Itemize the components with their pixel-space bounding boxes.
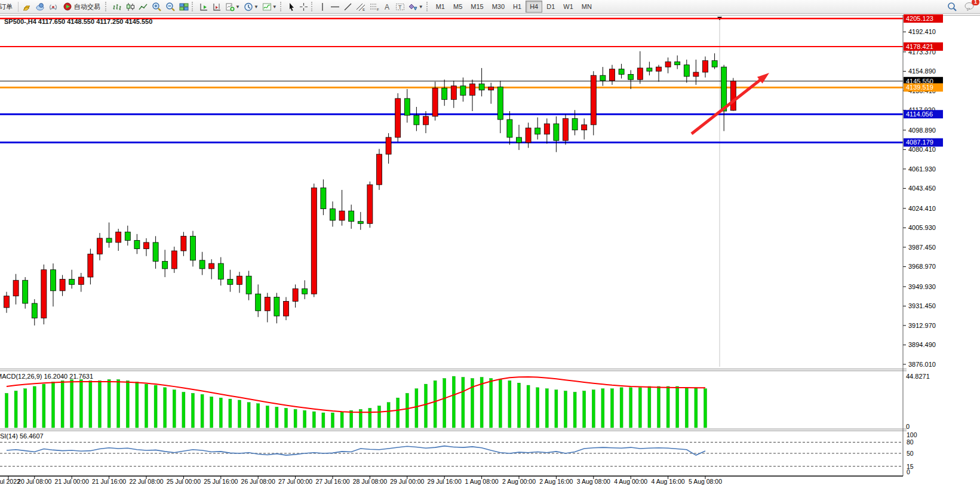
price-tick-label: 3912.970 bbox=[908, 322, 936, 329]
price-tag-label: 4087.179 bbox=[906, 139, 933, 146]
shapes-icon[interactable]: ▼ bbox=[407, 1, 425, 13]
bar-chart-icon[interactable] bbox=[110, 1, 124, 13]
time-axis-label: 4 Aug 16:00 bbox=[652, 478, 685, 485]
macd-histogram-bar bbox=[555, 390, 558, 428]
candle bbox=[544, 124, 549, 134]
time-axis-label: 21 Jul 00:00 bbox=[55, 478, 89, 485]
macd-histogram-bar bbox=[164, 388, 167, 428]
time-axis-label: 1 Aug 08:00 bbox=[465, 478, 499, 485]
candle bbox=[656, 67, 662, 71]
crosshair-icon[interactable] bbox=[297, 1, 310, 13]
candle bbox=[153, 242, 158, 262]
search-icon[interactable] bbox=[945, 1, 959, 13]
macd-axis-min: 0 bbox=[906, 423, 910, 430]
timeframe-M5[interactable]: M5 bbox=[449, 1, 466, 13]
auto-scroll-icon[interactable] bbox=[197, 1, 210, 13]
macd-histogram-bar bbox=[573, 392, 576, 428]
macd-histogram-bar bbox=[312, 412, 315, 428]
fibonacci-icon[interactable]: F bbox=[368, 1, 382, 13]
macd-histogram-bar bbox=[443, 379, 446, 428]
vertical-line-icon[interactable] bbox=[317, 1, 328, 13]
macd-histogram-bar bbox=[42, 384, 45, 428]
macd-histogram-bar bbox=[425, 384, 428, 428]
candle bbox=[703, 61, 708, 72]
timeframe-M1[interactable]: M1 bbox=[432, 1, 449, 13]
timeframe-MN[interactable]: MN bbox=[577, 1, 596, 13]
candle bbox=[479, 84, 484, 90]
svg-text:F: F bbox=[377, 8, 379, 11]
equidistant-channel-icon[interactable]: E bbox=[354, 1, 368, 13]
timeframe-M15[interactable]: M15 bbox=[466, 1, 487, 13]
price-tag-label: 4139.519 bbox=[906, 84, 933, 91]
candle bbox=[619, 69, 624, 75]
line-chart-icon[interactable] bbox=[137, 1, 150, 13]
candle bbox=[535, 128, 540, 134]
chat-icon[interactable]: 1 bbox=[963, 1, 976, 13]
macd-histogram-bar bbox=[89, 380, 92, 428]
time-axis-label: 25 Jul 00:00 bbox=[167, 478, 201, 485]
candle bbox=[330, 209, 336, 220]
macd-histogram-bar bbox=[648, 386, 651, 428]
community-icon[interactable] bbox=[33, 1, 47, 13]
period-icon[interactable]: ▼ bbox=[242, 1, 260, 13]
candle bbox=[181, 236, 186, 251]
macd-histogram-bar bbox=[322, 413, 325, 428]
chevron-down-icon: ▼ bbox=[419, 4, 423, 10]
price-chart-canvas[interactable]: 4192.4104173.3704154.8904136.4104117.920… bbox=[0, 13, 980, 485]
macd-histogram-bar bbox=[238, 400, 241, 428]
macd-histogram-bar bbox=[229, 399, 232, 428]
macd-histogram-bar bbox=[434, 380, 437, 428]
macd-histogram-bar bbox=[592, 390, 595, 428]
timeframe-W1[interactable]: W1 bbox=[559, 1, 577, 13]
macd-histogram-bar bbox=[368, 408, 371, 428]
autotrade-button[interactable]: 自动交易 bbox=[60, 1, 104, 13]
macd-histogram-bar bbox=[14, 391, 17, 428]
price-tick-label: 4005.930 bbox=[908, 224, 936, 231]
rsi-label: RSI(14) 56.4607 bbox=[0, 432, 44, 440]
candle bbox=[134, 240, 140, 248]
macd-histogram-bar bbox=[676, 386, 679, 428]
horizontal-line-icon[interactable] bbox=[328, 1, 342, 13]
candle bbox=[209, 263, 214, 269]
trendline-icon[interactable] bbox=[342, 1, 354, 13]
candle bbox=[730, 81, 736, 110]
candle bbox=[693, 72, 699, 76]
timeframe-H1[interactable]: H1 bbox=[509, 1, 526, 13]
text-icon[interactable]: A bbox=[382, 1, 394, 13]
macd-histogram-bar bbox=[257, 404, 260, 428]
macd-histogram-bar bbox=[247, 403, 250, 428]
time-axis-label: 20 Jul 08:00 bbox=[17, 478, 51, 485]
chart-shift-icon[interactable] bbox=[210, 1, 223, 13]
macd-histogram-bar bbox=[620, 388, 623, 428]
gold-icon[interactable] bbox=[20, 1, 33, 13]
candle bbox=[60, 279, 65, 290]
timeframe-D1[interactable]: D1 bbox=[542, 1, 559, 13]
zoom-out-icon[interactable] bbox=[164, 1, 177, 13]
cursor-icon[interactable] bbox=[285, 1, 297, 13]
toolbar-separator bbox=[18, 2, 19, 12]
candle bbox=[237, 276, 242, 284]
price-tick-label: 4024.410 bbox=[908, 205, 936, 212]
candle bbox=[470, 84, 475, 95]
candle bbox=[497, 87, 503, 120]
timeframe-M30[interactable]: M30 bbox=[488, 1, 509, 13]
indicators-icon[interactable]: ▼ bbox=[260, 1, 279, 13]
autotrade-label: 自动交易 bbox=[74, 2, 100, 11]
candle bbox=[97, 238, 103, 254]
signals-icon[interactable] bbox=[47, 1, 60, 13]
timeframe-H4[interactable]: H4 bbox=[526, 1, 542, 13]
zoom-in-icon[interactable] bbox=[150, 1, 164, 13]
time-axis-label: 26 Jul 08:00 bbox=[241, 478, 275, 485]
new-order-button[interactable]: 订单 bbox=[0, 1, 16, 13]
tile-windows-icon[interactable] bbox=[177, 1, 191, 13]
candle bbox=[284, 301, 289, 316]
price-tick-label: 4192.410 bbox=[908, 28, 936, 35]
candlestick-chart-icon[interactable] bbox=[124, 1, 137, 13]
toolbar-grip bbox=[280, 2, 284, 11]
candle bbox=[106, 238, 112, 242]
text-label-icon[interactable]: T bbox=[394, 1, 407, 13]
chart-window[interactable]: 4192.4104173.3704154.8904136.4104117.920… bbox=[0, 13, 980, 485]
candle bbox=[358, 222, 363, 224]
new-chart-icon[interactable]: ▼ bbox=[223, 1, 242, 13]
rsi-line bbox=[7, 446, 705, 456]
